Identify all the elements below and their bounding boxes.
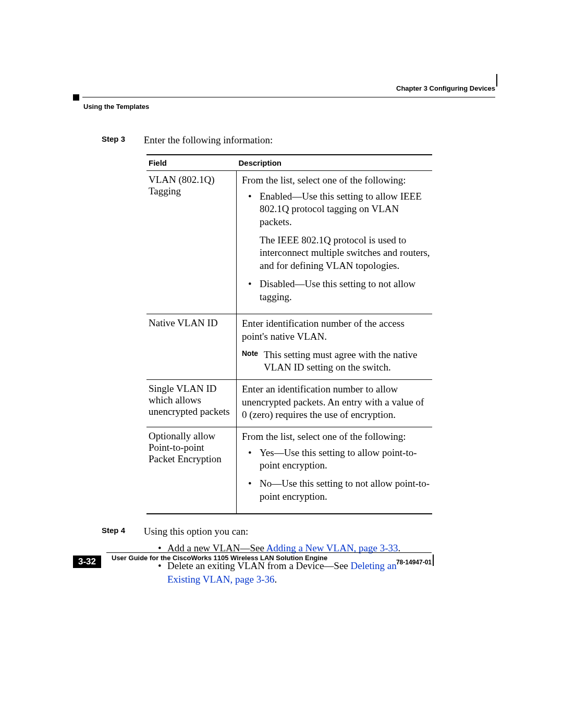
field-name: VLAN (802.1Q) Tagging [146,171,237,314]
document-number: 78-14947-01 [396,559,432,566]
table-row: Optionally allow Point-to-point Packet E… [146,427,432,514]
table-row: Single VLAN ID which allows unencrypted … [146,379,432,427]
bullet-pre: Delete an exiting VLAN from a Device—See [167,560,351,571]
bullet-item: Disabled—Use this setting to not allow t… [251,278,430,303]
col-description: Description [237,155,433,171]
row-intro: Enter an identification number to allow … [242,383,430,422]
row-intro: From the list, select one of the followi… [242,430,430,443]
page-number: 3-32 [73,556,101,568]
field-name: Optionally allow Point-to-point Packet E… [146,427,237,514]
note-block: Note This setting must agree with the na… [242,349,430,374]
field-name: Native VLAN ID [146,314,237,380]
header-vertical-mark [496,74,497,87]
step-4-text: Using this option you can: [144,526,249,537]
chapter-label: Chapter 3 Configuring Devices [73,84,495,94]
field-description-table: Field Description VLAN (802.1Q) Tagging … [146,154,432,514]
step-3: Step 3 Enter the following information: [102,134,431,146]
header-square-marker [73,94,79,101]
field-desc: From the list, select one of the followi… [237,171,433,314]
bullet-item: Enabled—Use this setting to allow IEEE 8… [251,190,430,273]
bullet-post: . [274,574,277,585]
bullet-subtext: The IEEE 802.1Q protocol is used to inte… [260,234,430,273]
page: Chapter 3 Configuring Devices Using the … [0,0,563,728]
row-intro: From the list, select one of the followi… [242,174,430,187]
bullet-text: Disabled—Use this setting to not allow t… [260,278,415,302]
section-title: Using the Templates [83,103,495,110]
step-3-label: Step 3 [102,134,141,143]
field-desc: Enter an identification number to allow … [237,379,433,427]
note-text: This setting must agree with the native … [264,349,430,374]
field-desc: Enter identification number of the acces… [237,314,433,380]
table-header-row: Field Description [146,155,432,171]
table-row: VLAN (802.1Q) Tagging From the list, sel… [146,171,432,314]
col-field: Field [146,155,237,171]
step-3-text: Enter the following information: [144,134,273,145]
header-rule [73,94,495,102]
bullet-item: Delete an exiting VLAN from a Device—See… [158,559,431,586]
footer-vertical-mark [433,554,434,566]
field-name: Single VLAN ID which allows unencrypted … [146,379,237,427]
bullet-item: Yes—Use this setting to allow point-to-p… [251,447,430,472]
row-bullets: Yes—Use this setting to allow point-to-p… [242,447,430,503]
page-header: Chapter 3 Configuring Devices Using the … [73,84,495,110]
note-label: Note [242,349,264,374]
bullet-text: Yes—Use this setting to allow point-to-p… [260,447,417,471]
page-footer: User Guide for the CiscoWorks 1105 Wirel… [73,548,432,562]
bullet-item: No—Use this setting to not allow point-t… [251,477,430,503]
field-desc: From the list, select one of the followi… [237,427,433,514]
row-intro: Enter identification number of the acces… [242,317,430,343]
bullet-text: Enabled—Use this setting to allow IEEE 8… [260,191,422,227]
table-row: Native VLAN ID Enter identification numb… [146,314,432,380]
page-body: Step 3 Enter the following information: … [102,130,431,594]
bullet-text: No—Use this setting to not allow point-t… [260,478,430,502]
footer-rule [73,548,432,556]
step-4-label: Step 4 [102,526,141,535]
row-bullets: Enabled—Use this setting to allow IEEE 8… [242,190,430,304]
